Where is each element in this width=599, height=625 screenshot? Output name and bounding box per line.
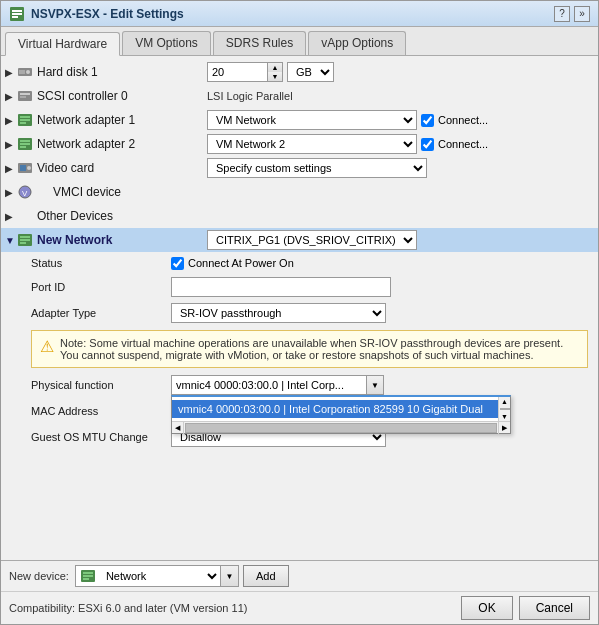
status-controls: Connect At Power On xyxy=(171,257,594,270)
tab-sdrs-rules[interactable]: SDRS Rules xyxy=(213,31,306,55)
svg-rect-25 xyxy=(20,239,30,241)
connect-at-power-on-checkbox[interactable] xyxy=(171,257,184,270)
svg-rect-12 xyxy=(20,119,30,121)
new-device-select[interactable]: Network Hard Disk CD/DVD Drive xyxy=(100,566,220,586)
svg-rect-15 xyxy=(20,140,30,142)
net2-connect-text: Connect... xyxy=(438,138,488,150)
device-select-dropdown-btn[interactable]: ▼ xyxy=(220,566,238,586)
video-card-row: ▶ Video card Specify custom settings xyxy=(1,156,598,180)
hard-disk-label: Hard disk 1 xyxy=(37,65,207,79)
physical-function-dropdown-btn[interactable]: ▼ xyxy=(366,375,384,395)
mac-address-label: MAC Address xyxy=(31,405,171,417)
net1-select[interactable]: VM Network xyxy=(207,110,417,130)
disk-size-up[interactable]: ▲ xyxy=(268,63,282,72)
compat-footer: Compatibility: ESXi 6.0 and later (VM ve… xyxy=(1,591,598,624)
new-device-label: New device: xyxy=(9,570,69,582)
new-network-header[interactable]: ▼ New Network CITRIX_PG1 (DVS_SRIOV_CITR… xyxy=(1,228,598,252)
port-id-controls xyxy=(171,277,594,297)
new-network-select[interactable]: CITRIX_PG1 (DVS_SRIOV_CITRIX) xyxy=(207,230,417,250)
connect-at-power-on-text: Connect At Power On xyxy=(188,257,294,269)
network-device-icon xyxy=(80,569,96,583)
disk-size-input[interactable] xyxy=(207,62,267,82)
status-row: Status Connect At Power On xyxy=(1,252,598,274)
help-button[interactable]: ? xyxy=(554,6,570,22)
status-checkbox-label: Connect At Power On xyxy=(171,257,294,270)
svg-rect-24 xyxy=(20,236,30,238)
vmci-icon: V xyxy=(17,184,33,200)
net2-connect-checkbox[interactable] xyxy=(421,138,434,151)
dialog-buttons: OK Cancel xyxy=(455,596,590,620)
adapter-type-select[interactable]: SR-IOV passthrough VMXNET3 E1000 xyxy=(171,303,386,323)
net-adapter-2-row: ▶ Network adapter 2 VM Network 2 Connect… xyxy=(1,132,598,156)
scsi-expand[interactable]: ▶ xyxy=(5,91,17,102)
dropdown-items-area: vmnic4 0000:03:00.0 | Intel Corporation … xyxy=(172,400,498,418)
dropdown-scroll-down[interactable]: ▼ xyxy=(500,412,509,421)
net2-select[interactable]: VM Network 2 xyxy=(207,134,417,154)
physical-function-input[interactable] xyxy=(171,375,366,395)
other-expand[interactable]: ▶ xyxy=(5,211,17,222)
vmci-label: VMCI device xyxy=(37,185,207,199)
scsi-row: ▶ SCSI controller 0 LSI Logic Parallel xyxy=(1,84,598,108)
scsi-label: SCSI controller 0 xyxy=(37,89,207,103)
physical-function-row: Physical function ▼ vmnic4 0000:03:00.0 … xyxy=(1,372,598,398)
vmci-row: ▶ V VMCI device xyxy=(1,180,598,204)
title-bar-controls: ? » xyxy=(554,6,590,22)
tab-vm-options[interactable]: VM Options xyxy=(122,31,211,55)
hardware-list: ▶ Hard disk 1 ▲ ▼ GB xyxy=(1,56,598,560)
net1-controls: VM Network Connect... xyxy=(207,110,594,130)
video-expand[interactable]: ▶ xyxy=(5,163,17,174)
dropdown-scroll-up[interactable]: ▲ xyxy=(500,397,509,406)
new-network-expand[interactable]: ▼ xyxy=(5,235,17,246)
new-network-label: New Network xyxy=(37,233,207,247)
video-select[interactable]: Specify custom settings xyxy=(207,158,427,178)
dropdown-scroll-thumb xyxy=(500,408,510,410)
dropdown-scrollbar: ▲ ▼ xyxy=(498,397,510,421)
tab-bar: Virtual Hardware VM Options SDRS Rules v… xyxy=(1,27,598,56)
expand-button[interactable]: » xyxy=(574,6,590,22)
physical-function-label: Physical function xyxy=(31,379,171,391)
svg-rect-2 xyxy=(12,13,22,15)
port-id-label: Port ID xyxy=(31,281,171,293)
cancel-button[interactable]: Cancel xyxy=(519,596,590,620)
device-selector: Network Hard Disk CD/DVD Drive ▼ xyxy=(75,565,239,587)
hscroll-left[interactable]: ◀ xyxy=(172,422,184,434)
net1-connect-checkbox[interactable] xyxy=(421,114,434,127)
guest-mtu-label: Guest OS MTU Change xyxy=(31,431,171,443)
svg-rect-28 xyxy=(83,572,93,574)
hard-disk-expand[interactable]: ▶ xyxy=(5,67,17,78)
net2-controls: VM Network 2 Connect... xyxy=(207,134,594,154)
scsi-value: LSI Logic Parallel xyxy=(207,90,293,102)
hscroll-right[interactable]: ▶ xyxy=(498,422,510,434)
status-label: Status xyxy=(31,257,171,269)
svg-rect-29 xyxy=(83,575,93,577)
vmci-expand[interactable]: ▶ xyxy=(5,187,17,198)
svg-rect-11 xyxy=(20,116,30,118)
adapter-type-controls: SR-IOV passthrough VMXNET3 E1000 xyxy=(171,303,594,323)
warning-icon: ⚠ xyxy=(40,337,54,356)
svg-rect-19 xyxy=(20,165,26,171)
net2-expand[interactable]: ▶ xyxy=(5,139,17,150)
add-button[interactable]: Add xyxy=(243,565,289,587)
tab-vapp-options[interactable]: vApp Options xyxy=(308,31,406,55)
port-id-input[interactable] xyxy=(171,277,391,297)
hard-disk-row: ▶ Hard disk 1 ▲ ▼ GB xyxy=(1,60,598,84)
disk-size-group: ▲ ▼ xyxy=(207,62,283,82)
other-devices-row: ▶ Other Devices xyxy=(1,204,598,228)
net1-expand[interactable]: ▶ xyxy=(5,115,17,126)
physical-function-dropdown-wrapper: ▼ vmnic4 0000:03:00.0 | Intel Corporatio… xyxy=(171,375,384,395)
adapter-type-row: Adapter Type SR-IOV passthrough VMXNET3 … xyxy=(1,300,598,326)
svg-rect-13 xyxy=(20,122,26,124)
svg-rect-6 xyxy=(19,70,25,74)
disk-unit-select[interactable]: GB MB TB xyxy=(287,62,334,82)
tab-content: ▶ Hard disk 1 ▲ ▼ GB xyxy=(1,56,598,591)
svg-rect-9 xyxy=(20,96,26,98)
adapter-type-label: Adapter Type xyxy=(31,307,171,319)
dropdown-item-selected[interactable]: vmnic4 0000:03:00.0 | Intel Corporation … xyxy=(172,400,498,418)
title-bar: NSVPX-ESX - Edit Settings ? » xyxy=(1,1,598,27)
ok-button[interactable]: OK xyxy=(461,596,512,620)
svg-rect-16 xyxy=(20,143,30,145)
hscroll-thumb xyxy=(185,423,497,433)
video-label: Video card xyxy=(37,161,207,175)
disk-size-down[interactable]: ▼ xyxy=(268,72,282,81)
tab-virtual-hardware[interactable]: Virtual Hardware xyxy=(5,32,120,56)
